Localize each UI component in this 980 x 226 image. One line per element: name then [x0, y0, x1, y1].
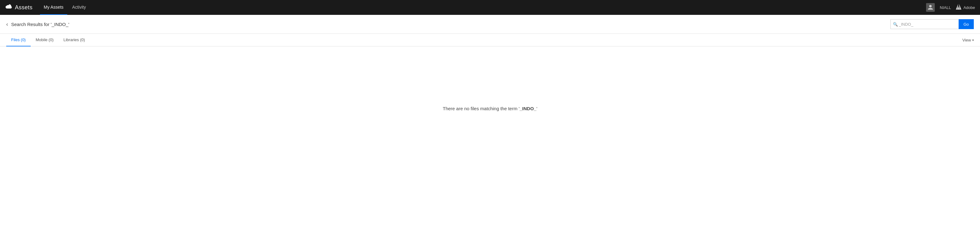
- no-results-term: _INDO_: [519, 106, 536, 111]
- avatar: [926, 3, 935, 12]
- adobe-brand-label: Adobe: [963, 5, 975, 10]
- no-results-suffix: ': [536, 106, 538, 111]
- no-results-message: There are no files matching the term '_I…: [442, 106, 537, 111]
- nav-item-my-assets[interactable]: My Assets: [40, 0, 67, 15]
- chevron-down-icon: ▾: [972, 38, 974, 42]
- header-right: NIALL Adobe: [926, 3, 975, 12]
- nav-items: My Assets Activity: [40, 0, 89, 15]
- breadcrumb: ‹ Search Results for '_INDO_': [6, 21, 69, 28]
- view-label: View: [963, 38, 971, 43]
- tabs-section: Files (0) Mobile (0) Libraries (0) View …: [0, 34, 980, 46]
- search-right: 🔍 Go: [891, 19, 974, 29]
- go-button[interactable]: Go: [959, 19, 974, 29]
- search-input[interactable]: [891, 19, 959, 29]
- adobe-cloud-icon: [5, 4, 13, 11]
- no-results-prefix: There are no files matching the term ': [442, 106, 519, 111]
- adobe-logo: Assets: [5, 4, 33, 11]
- tab-files[interactable]: Files (0): [6, 34, 31, 46]
- tab-libraries[interactable]: Libraries (0): [59, 34, 90, 46]
- view-control[interactable]: View ▾: [963, 38, 974, 43]
- app-name: Assets: [15, 4, 33, 11]
- tabs: Files (0) Mobile (0) Libraries (0): [6, 34, 90, 46]
- search-bar-section: ‹ Search Results for '_INDO_' 🔍 Go: [0, 15, 980, 34]
- header: Assets My Assets Activity NIALL Adobe: [0, 0, 980, 15]
- adobe-brand-logo: [956, 4, 961, 11]
- tab-mobile[interactable]: Mobile (0): [31, 34, 59, 46]
- header-left: Assets My Assets Activity: [5, 0, 926, 15]
- user-name: NIALL: [940, 5, 951, 10]
- adobe-brand: Adobe: [956, 4, 975, 11]
- search-input-wrapper: 🔍: [891, 19, 959, 29]
- search-results-title: Search Results for '_INDO_': [11, 22, 69, 27]
- main-content: There are no files matching the term '_I…: [0, 46, 980, 170]
- nav-item-activity[interactable]: Activity: [68, 0, 89, 15]
- back-arrow[interactable]: ‹: [6, 21, 8, 28]
